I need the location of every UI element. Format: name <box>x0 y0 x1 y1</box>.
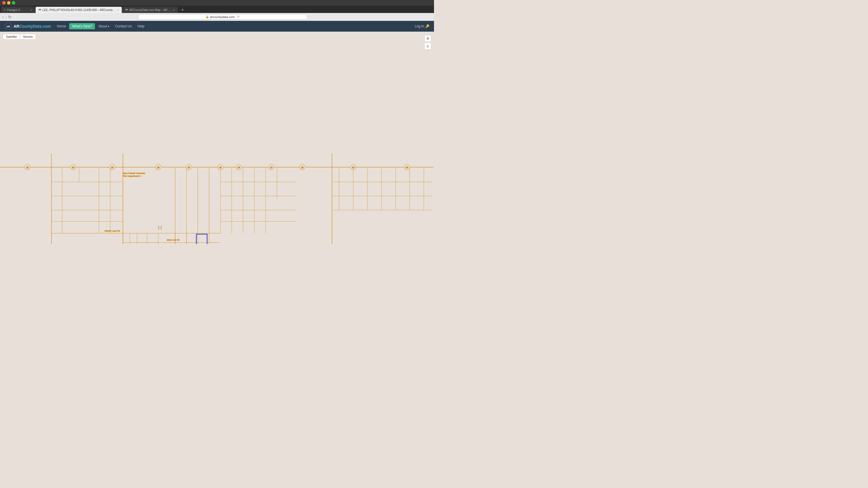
svg-text:25: 25 <box>352 166 354 169</box>
navbar: AR ARCountyData.com Home What's New? Abo… <box>0 21 434 32</box>
svg-text:25: 25 <box>26 166 29 169</box>
svg-text:25: 25 <box>237 166 240 169</box>
nav-item-about[interactable]: About ▾ <box>96 23 112 29</box>
nav-item-help[interactable]: Help <box>135 23 147 29</box>
nav-item-whats-new[interactable]: What's New? <box>69 23 95 29</box>
browser-close[interactable] <box>2 1 6 4</box>
map-svg: 25 25 25 25 25 25 25 25 25 25 25 Martin … <box>0 32 434 244</box>
lock-icon: 🔒 <box>206 15 209 19</box>
tab-arcounty-active[interactable]: 🗺 LEE, PHILLIP DOUGLAS II-001-11439-000 … <box>36 7 122 13</box>
svg-text:25: 25 <box>157 166 160 169</box>
svg-text:25: 25 <box>111 166 114 169</box>
tab-favicon-1: P <box>4 8 6 11</box>
tab-paragon[interactable]: P Paragon 5 × <box>1 7 35 13</box>
login-btn[interactable]: Log In 🔑 <box>415 24 430 28</box>
tab-arcounty-map[interactable]: 🗺 ARCountyData.com Map – ARCountyData.co… <box>122 7 178 13</box>
address-bar[interactable]: 🔒 arcountydata.com ↻ <box>138 14 307 20</box>
svg-text:25: 25 <box>219 166 222 169</box>
tab-close-3[interactable]: × <box>173 8 175 11</box>
back-btn[interactable]: ‹ <box>2 15 4 19</box>
svg-text:25: 25 <box>301 166 304 169</box>
satellite-btn[interactable]: Satellite <box>3 34 20 39</box>
nav-item-contact[interactable]: Contact Us <box>113 23 134 29</box>
svg-text:Martin Loop Rd: Martin Loop Rd <box>104 230 120 232</box>
login-icon: 🔑 <box>425 24 430 28</box>
reload-btn[interactable]: ↻ <box>8 15 11 19</box>
map-right-controls: ⊕ ◎ <box>424 35 431 50</box>
forward-btn[interactable]: › <box>5 15 7 19</box>
browser-chrome <box>0 0 434 6</box>
browser-maximize[interactable] <box>12 1 15 4</box>
tab-label-3: ARCountyData.com Map – ARCountyData.com <box>129 8 172 11</box>
nav-item-home[interactable]: Home <box>55 23 68 29</box>
tab-close-1[interactable]: × <box>31 8 32 11</box>
svg-text:25: 25 <box>270 166 273 169</box>
svg-text:25: 25 <box>72 166 74 169</box>
login-label: Log In <box>415 24 424 28</box>
svg-text:25: 25 <box>405 166 408 169</box>
svg-text:Fire Department 1: Fire Department 1 <box>123 175 141 177</box>
brand-logo-svg: AR <box>4 23 12 30</box>
map-container: 25 25 25 25 25 25 25 25 25 25 25 Martin … <box>0 32 434 244</box>
brand[interactable]: AR ARCountyData.com <box>4 23 51 30</box>
streets-btn[interactable]: Streets <box>20 34 36 39</box>
tab-close-2[interactable]: × <box>117 8 119 11</box>
tab-favicon-2: 🗺 <box>38 8 41 11</box>
reload-icon-inline: ↻ <box>237 15 240 19</box>
address-text: arcountydata.com <box>210 15 235 19</box>
brand-text: ARCountyData.com <box>13 24 51 29</box>
svg-text:25: 25 <box>187 166 190 169</box>
location-btn[interactable]: ◎ <box>424 43 431 50</box>
brand-logo: AR <box>4 23 12 30</box>
compass-btn[interactable]: ⊕ <box>424 35 431 42</box>
tab-label-2: LEE, PHILLIP DOUGLAS II-001-11439-000 – … <box>42 8 116 11</box>
browser-minimize[interactable] <box>7 1 10 4</box>
tab-favicon-3: 🗺 <box>125 8 128 11</box>
new-tab-btn[interactable]: + <box>179 7 186 13</box>
tab-bar: P Paragon 5 × 🗺 LEE, PHILLIP DOUGLAS II-… <box>0 6 434 13</box>
svg-text:Mary Lee Rd: Mary Lee Rd <box>167 239 180 241</box>
svg-text:AR: AR <box>6 25 10 28</box>
svg-text:East Pulaski Volunteer: East Pulaski Volunteer <box>123 172 146 174</box>
svg-text:H: H <box>158 224 162 231</box>
about-dropdown-arrow: ▾ <box>108 25 110 28</box>
map-type-buttons: Satellite Streets <box>3 34 36 39</box>
tab-label-1: Paragon 5 <box>7 8 20 11</box>
address-bar-area: ‹ › ↻ 🔒 arcountydata.com ↻ <box>0 13 434 21</box>
